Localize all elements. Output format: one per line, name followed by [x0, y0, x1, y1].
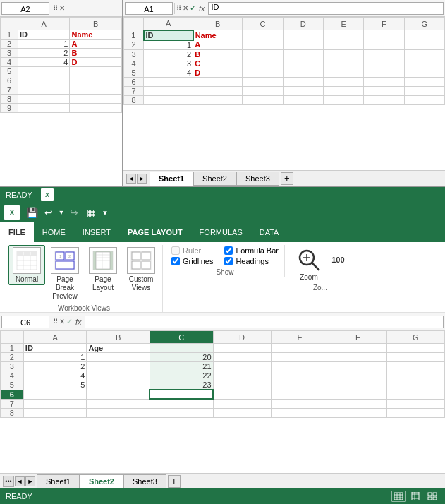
- tab-scroll-left[interactable]: ◄: [126, 174, 136, 184]
- bottom-col-a[interactable]: A: [23, 331, 87, 344]
- svg-rect-39: [428, 493, 432, 496]
- bottom-col-e[interactable]: E: [271, 331, 329, 344]
- zoom-100-button[interactable]: 100: [326, 245, 347, 275]
- page-layout-view-button[interactable]: PageLayout: [85, 245, 121, 294]
- bottom-formula-bar[interactable]: [85, 316, 444, 328]
- undo-button[interactable]: ↩: [41, 205, 56, 220]
- tab-sheet3-bottom[interactable]: Sheet3: [123, 474, 166, 488]
- table-row: 3 2 B: [124, 49, 445, 59]
- table-row: 7: [1, 85, 122, 95]
- tab-page-layout[interactable]: PAGE LAYOUT: [119, 222, 191, 242]
- page-layout-label: PageLayout: [92, 275, 114, 292]
- selected-cell[interactable]: [150, 390, 213, 399]
- tab-sheet2-bottom[interactable]: Sheet2: [80, 474, 123, 488]
- formula-bar-checkbox-label[interactable]: Formula Bar: [224, 246, 279, 255]
- undo-dropdown[interactable]: ▼: [58, 205, 65, 220]
- col-e[interactable]: E: [323, 18, 363, 30]
- tab-formulas[interactable]: FORMULAS: [191, 222, 251, 242]
- bottom-tab-scroll-right[interactable]: ►: [25, 476, 35, 486]
- add-sheet-top[interactable]: +: [281, 172, 293, 185]
- gridlines-checkbox[interactable]: [171, 257, 180, 265]
- right-top-name-box[interactable]: A1: [125, 2, 173, 15]
- ruler-checkbox-label[interactable]: Ruler: [171, 246, 213, 255]
- svg-rect-25: [142, 261, 150, 269]
- col-f[interactable]: F: [364, 18, 404, 30]
- tab-scroll-right[interactable]: ►: [137, 174, 147, 184]
- headings-checkbox[interactable]: [224, 257, 233, 265]
- table-row: 2 1 20: [1, 353, 445, 362]
- table-row: 1 ID Age: [1, 344, 445, 353]
- bottom-col-b[interactable]: B: [87, 331, 150, 344]
- tab-data[interactable]: DATA: [251, 222, 288, 242]
- bottom-ready-status: READY: [6, 492, 32, 500]
- tab-sheet2-top[interactable]: Sheet2: [193, 172, 236, 186]
- excel-icon: X: [4, 205, 20, 220]
- bottom-sheet-tabs: ••• ◄ ► Sheet1 Sheet2 Sheet3 +: [0, 473, 445, 488]
- left-close-icon[interactable]: ✕: [59, 4, 65, 12]
- headings-checkbox-label[interactable]: Headings: [224, 257, 279, 265]
- ribbon-tabs: FILE HOME INSERT PAGE LAYOUT FORMULAS DA…: [0, 222, 445, 242]
- table-row: 1 ID Name: [124, 30, 445, 40]
- redo-button[interactable]: ↪: [66, 205, 82, 220]
- svg-rect-6: [17, 251, 23, 256]
- save-button[interactable]: 💾: [24, 205, 39, 220]
- workbook-views-label: Workbook Views: [58, 304, 110, 312]
- bottom-spreadsheet: C6 ⠿ ✕ ✓ fx: [0, 313, 445, 504]
- bottom-col-g[interactable]: G: [386, 331, 444, 344]
- col-d[interactable]: D: [283, 18, 323, 30]
- col-header-a-left[interactable]: A: [18, 18, 70, 30]
- tab-insert[interactable]: INSERT: [74, 222, 119, 242]
- formula-bar-checkbox[interactable]: [224, 246, 233, 255]
- svg-rect-23: [142, 252, 150, 260]
- bottom-col-f[interactable]: F: [329, 331, 386, 344]
- bottom-name-box[interactable]: C6: [1, 316, 49, 328]
- ruler-checkbox[interactable]: [171, 246, 180, 255]
- zoom-button[interactable]: Zoom: [293, 245, 324, 282]
- page-layout-status-btn[interactable]: [408, 491, 422, 502]
- bottom-col-c[interactable]: C: [150, 331, 213, 344]
- normal-view-button[interactable]: Normal: [8, 245, 45, 285]
- tab-file[interactable]: FILE: [0, 222, 34, 242]
- gridlines-checkbox-label[interactable]: Gridlines: [171, 257, 213, 265]
- svg-rect-40: [433, 493, 437, 496]
- table-row: 4 3 C: [124, 59, 445, 68]
- page-break-label: Page BreakPreview: [49, 275, 81, 301]
- svg-rect-12: [56, 261, 74, 269]
- command-button[interactable]: ▦: [83, 205, 99, 220]
- col-header-b-left[interactable]: B: [70, 18, 122, 30]
- table-row: 5 4 D: [124, 68, 445, 77]
- bottom-close-icon[interactable]: ✕: [59, 318, 65, 325]
- svg-rect-41: [428, 497, 432, 500]
- table-row: 3 2 B: [1, 49, 122, 58]
- col-a[interactable]: A: [144, 18, 193, 30]
- page-break-view-button[interactable]: 1 2 Page BreakPreview: [47, 245, 83, 303]
- bottom-fx-label: fx: [75, 318, 82, 326]
- bottom-tab-scroll-left[interactable]: ◄: [15, 476, 25, 486]
- tab-sheet1-top[interactable]: Sheet1: [150, 172, 193, 186]
- left-name-box[interactable]: A2: [1, 2, 49, 15]
- table-row: 2 1 A: [1, 40, 122, 49]
- bottom-scroll-more[interactable]: •••: [3, 476, 14, 487]
- top-status-bar: READY X: [0, 187, 445, 203]
- right-top-check-icon[interactable]: ✓: [190, 4, 196, 13]
- bottom-col-d[interactable]: D: [213, 331, 271, 344]
- col-c[interactable]: C: [243, 18, 283, 30]
- table-row: 6: [1, 390, 445, 399]
- add-sheet-bottom[interactable]: +: [168, 475, 181, 488]
- svg-rect-22: [132, 252, 140, 260]
- formula-bar[interactable]: ID: [208, 2, 444, 15]
- page-break-status-btn[interactable]: [425, 491, 439, 502]
- tab-sheet1-bottom[interactable]: Sheet1: [37, 474, 80, 488]
- zoom-group-label: Zo...: [313, 284, 327, 292]
- normal-view-status-btn[interactable]: [391, 491, 406, 502]
- col-b[interactable]: B: [193, 18, 243, 30]
- col-g[interactable]: G: [404, 18, 444, 30]
- right-top-close-icon[interactable]: ✕: [183, 4, 188, 12]
- custom-views-button[interactable]: CustomViews: [123, 245, 159, 294]
- tab-home[interactable]: HOME: [34, 222, 74, 242]
- tab-sheet3-top[interactable]: Sheet3: [236, 172, 279, 186]
- table-row: 9: [1, 104, 122, 113]
- bottom-check-icon[interactable]: ✓: [66, 317, 73, 326]
- table-row: 7: [1, 399, 445, 408]
- more-qa-button[interactable]: ▼: [100, 205, 110, 220]
